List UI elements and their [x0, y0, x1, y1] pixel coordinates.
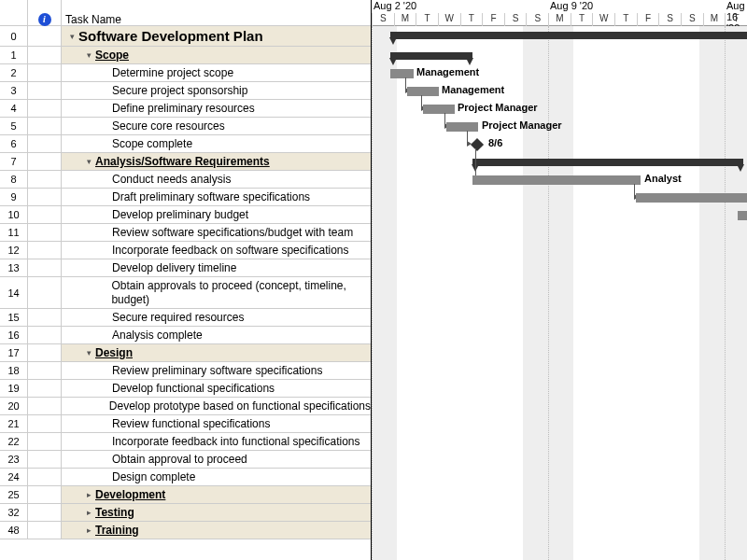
row-id[interactable]: 6	[0, 135, 28, 152]
row-id[interactable]: 23	[0, 451, 28, 468]
task-row[interactable]: 18Review preliminary software specificat…	[0, 362, 371, 380]
row-id[interactable]: 12	[0, 242, 28, 259]
task-row[interactable]: 15Secure required resources	[0, 309, 371, 327]
task-cell[interactable]: ▾Design	[62, 344, 371, 361]
row-id[interactable]: 0	[0, 26, 28, 46]
task-cell[interactable]: Incorporate feedback into functional spe…	[62, 433, 371, 450]
row-id[interactable]: 8	[0, 171, 28, 188]
task-row[interactable]: 10Develop preliminary budget	[0, 206, 371, 224]
row-id[interactable]: 48	[0, 522, 28, 539]
row-id[interactable]: 19	[0, 380, 28, 397]
task-row[interactable]: 12Incorporate feedback on software speci…	[0, 242, 371, 259]
task-cell[interactable]: Develop functional specifications	[62, 380, 371, 397]
row-id[interactable]: 17	[0, 344, 28, 361]
task-row[interactable]: 9Draft preliminary software specificatio…	[0, 189, 371, 206]
task-name-header[interactable]: Task Name	[62, 0, 371, 25]
task-cell[interactable]: ▾Scope	[62, 47, 371, 63]
task-row[interactable]: 32▸Testing	[0, 504, 371, 522]
task-row[interactable]: 7▾Analysis/Software Requirements	[0, 153, 371, 171]
task-cell[interactable]: Develop prototype based on functional sp…	[62, 398, 371, 414]
row-id[interactable]: 32	[0, 504, 28, 521]
task-cell[interactable]: Determine project scope	[62, 64, 371, 81]
expand-toggle[interactable]: ▾	[84, 50, 93, 60]
expand-toggle[interactable]: ▾	[84, 348, 93, 357]
task-cell[interactable]: Obtain approval to proceed	[62, 451, 371, 468]
task-cell[interactable]: Conduct needs analysis	[62, 171, 371, 188]
task-cell[interactable]: ▸Testing	[62, 504, 371, 521]
task-row[interactable]: 19Develop functional specifications	[0, 380, 371, 398]
task-cell[interactable]: Secure required resources	[62, 309, 371, 326]
task-row[interactable]: 25▸Development	[0, 486, 371, 504]
task-row[interactable]: 17▾Design	[0, 344, 371, 362]
row-id[interactable]: 25	[0, 486, 28, 503]
task-row[interactable]: 22Incorporate feedback into functional s…	[0, 433, 371, 451]
task-row[interactable]: 20Develop prototype based on functional …	[0, 398, 371, 415]
row-id[interactable]: 11	[0, 224, 28, 241]
expand-toggle[interactable]: ▸	[84, 508, 93, 517]
task-cell[interactable]: Review software specifications/budget wi…	[62, 224, 371, 241]
gantt-chart[interactable]: Aug 2 '20Aug 9 '20Aug 16 '20 SMTWTFSSMTW…	[372, 0, 747, 560]
row-id[interactable]: 24	[0, 469, 28, 485]
task-row[interactable]: 0▾Software Development Plan	[0, 26, 371, 47]
row-id[interactable]: 18	[0, 362, 28, 379]
gantt-bar[interactable]	[390, 69, 414, 78]
task-cell[interactable]: Develop delivery timeline	[62, 259, 371, 276]
row-id[interactable]: 20	[0, 398, 28, 414]
task-cell[interactable]: Obtain approvals to proceed (concept, ti…	[62, 277, 371, 308]
task-row[interactable]: 3Secure project sponsorship	[0, 82, 371, 100]
gantt-bar[interactable]	[446, 122, 478, 132]
task-row[interactable]: 8Conduct needs analysis	[0, 171, 371, 189]
row-id[interactable]: 22	[0, 433, 28, 450]
gantt-bar[interactable]	[472, 175, 641, 185]
row-id[interactable]: 16	[0, 327, 28, 343]
row-id[interactable]: 2	[0, 64, 28, 81]
gantt-bar[interactable]	[390, 32, 747, 39]
gantt-bar[interactable]	[390, 52, 472, 60]
row-id[interactable]: 7	[0, 153, 28, 170]
row-id[interactable]: 5	[0, 118, 28, 134]
task-row[interactable]: 11Review software specifications/budget …	[0, 224, 371, 242]
task-row[interactable]: 6Scope complete	[0, 135, 371, 153]
task-row[interactable]: 16Analysis complete	[0, 327, 371, 344]
task-cell[interactable]: Review preliminary software specificatio…	[62, 362, 371, 379]
row-id[interactable]: 10	[0, 206, 28, 223]
task-row[interactable]: 48▸Training	[0, 522, 371, 539]
row-id[interactable]: 9	[0, 189, 28, 205]
row-id[interactable]: 15	[0, 309, 28, 326]
task-cell[interactable]: Incorporate feedback on software specifi…	[62, 242, 371, 259]
task-row[interactable]: 13Develop delivery timeline	[0, 259, 371, 277]
task-cell[interactable]: ▾Analysis/Software Requirements	[62, 153, 371, 170]
task-cell[interactable]: Analysis complete	[62, 327, 371, 343]
task-row[interactable]: 5Secure core resources	[0, 118, 371, 135]
task-cell[interactable]: Review functional specifications	[62, 415, 371, 432]
gantt-bar[interactable]	[636, 193, 747, 203]
expand-toggle[interactable]: ▾	[67, 32, 77, 41]
task-cell[interactable]: Secure project sponsorship	[62, 82, 371, 99]
task-cell[interactable]: Develop preliminary budget	[62, 206, 371, 223]
task-cell[interactable]: ▸Training	[62, 522, 371, 539]
task-cell[interactable]: Secure core resources	[62, 118, 371, 134]
expand-toggle[interactable]: ▸	[84, 490, 93, 499]
task-row[interactable]: 24Design complete	[0, 469, 371, 486]
expand-toggle[interactable]: ▸	[84, 525, 93, 535]
row-id[interactable]: 13	[0, 259, 28, 276]
gantt-bar[interactable]	[738, 211, 747, 220]
task-cell[interactable]: Draft preliminary software specification…	[62, 189, 371, 205]
gantt-bar[interactable]	[423, 105, 455, 114]
row-id[interactable]: 14	[0, 277, 28, 308]
task-cell[interactable]: Design complete	[62, 469, 371, 485]
row-id[interactable]: 4	[0, 100, 28, 117]
task-cell[interactable]: ▾Software Development Plan	[62, 26, 371, 46]
task-cell[interactable]: ▸Development	[62, 486, 371, 503]
row-id[interactable]: 21	[0, 415, 28, 432]
expand-toggle[interactable]: ▾	[84, 157, 93, 166]
task-cell[interactable]: Define preliminary resources	[62, 100, 371, 117]
gantt-bar[interactable]	[472, 159, 743, 166]
task-row[interactable]: 23Obtain approval to proceed	[0, 451, 371, 469]
task-row[interactable]: 21Review functional specifications	[0, 415, 371, 433]
row-id[interactable]: 3	[0, 82, 28, 99]
row-id[interactable]: 1	[0, 47, 28, 63]
task-row[interactable]: 2Determine project scope	[0, 64, 371, 82]
task-row[interactable]: 4Define preliminary resources	[0, 100, 371, 118]
gantt-bar[interactable]	[407, 87, 439, 96]
